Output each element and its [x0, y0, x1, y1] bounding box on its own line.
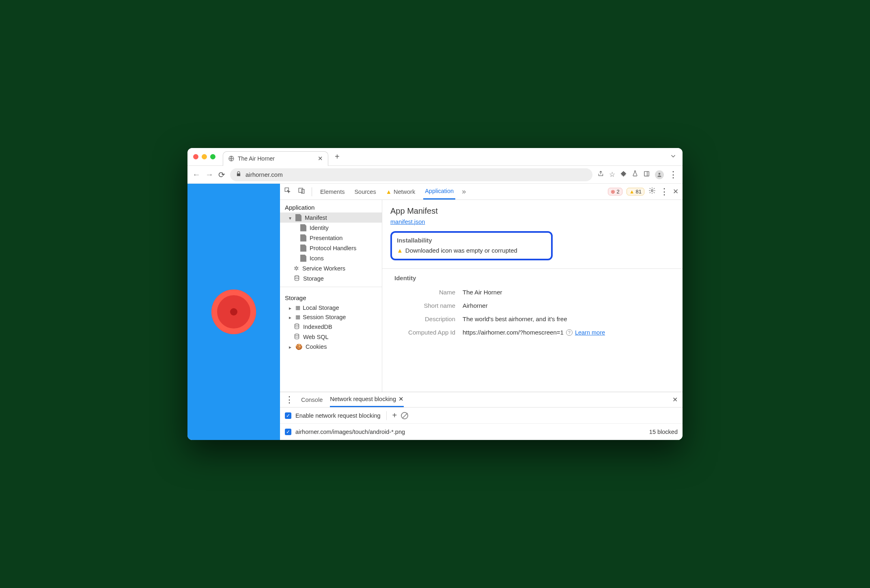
installability-text: Downloaded icon was empty or corrupted	[405, 247, 517, 254]
sidebar-item-icons[interactable]: Icons	[280, 253, 382, 263]
sidebar-item-websql[interactable]: Web SQL	[280, 332, 382, 342]
drawer-tab-label: Network request blocking	[330, 396, 396, 402]
cookie-icon: 🍪	[295, 343, 302, 350]
enable-checkbox[interactable]: ✓	[285, 412, 291, 419]
field-label: Description	[390, 315, 455, 322]
sidebar-item-label: Web SQL	[303, 334, 329, 340]
close-devtools-icon[interactable]: ✕	[673, 187, 678, 196]
new-tab-button[interactable]: +	[335, 152, 340, 161]
svg-rect-1	[644, 171, 649, 176]
installability-box: Installability ▲ Downloaded icon was emp…	[390, 231, 553, 260]
sidebar-item-storage[interactable]: Storage	[280, 273, 382, 283]
divider	[386, 411, 387, 420]
tab-sources[interactable]: Sources	[353, 184, 377, 200]
manifest-json-link[interactable]: manifest.json	[390, 219, 425, 225]
manifest-panel: App Manifest manifest.json Installabilit…	[382, 200, 683, 392]
sidebar-item-identity[interactable]: Identity	[280, 223, 382, 233]
sidebar-item-manifest[interactable]: Manifest	[280, 212, 382, 223]
panel-icon[interactable]	[643, 170, 650, 179]
device-icon[interactable]	[298, 187, 305, 196]
sidebar-item-label: Storage	[303, 275, 324, 282]
devtools-drawer: ⋮ Console Network request blocking ✕ ✕ ✓…	[280, 392, 683, 440]
close-tab-icon[interactable]: ✕	[398, 396, 404, 402]
settings-icon[interactable]	[648, 187, 656, 196]
sidebar-item-label: Session Storage	[303, 314, 346, 320]
close-drawer-icon[interactable]: ✕	[672, 396, 678, 403]
installability-title: Installability	[397, 237, 546, 244]
help-icon[interactable]: ?	[566, 329, 573, 336]
divider	[312, 187, 312, 196]
browser-window: The Air Horner ✕ + ← → ⟳ airhorner.com ☆	[187, 148, 683, 440]
back-button[interactable]: ←	[192, 170, 200, 179]
warning-icon: ▲	[397, 247, 403, 254]
error-count-badge[interactable]: ⊗ 2	[608, 188, 622, 195]
blocked-pattern-row[interactable]: ✓ airhorner.com/images/touch/android-*.p…	[280, 424, 683, 440]
field-value: The Air Horner	[463, 289, 674, 296]
tab-network[interactable]: ▲ Network	[384, 184, 417, 200]
close-tab-icon[interactable]: ✕	[318, 155, 323, 162]
grid-icon: ▦	[295, 314, 299, 320]
installability-message: ▲ Downloaded icon was empty or corrupted	[397, 247, 546, 254]
svg-point-7	[651, 190, 653, 192]
field-computed-app-id: Computed App Id https://airhorner.com/?h…	[390, 326, 674, 339]
sidebar-item-local-storage[interactable]: ▦ Local Storage	[280, 303, 382, 312]
database-icon	[294, 323, 300, 330]
sidebar-item-indexeddb[interactable]: IndexedDB	[280, 322, 382, 332]
svg-rect-5	[299, 188, 303, 193]
drawer-controls: ✓ Enable network request blocking +	[280, 408, 683, 424]
minimize-window-button[interactable]	[202, 154, 207, 159]
inspect-icon[interactable]	[284, 187, 291, 196]
tabs-dropdown-icon[interactable]	[670, 152, 677, 161]
airhorn-button[interactable]	[211, 290, 256, 334]
pattern-checkbox[interactable]: ✓	[285, 429, 291, 435]
database-icon	[294, 275, 300, 282]
reload-button[interactable]: ⟳	[218, 170, 225, 180]
sidebar-item-label: IndexedDB	[303, 324, 332, 330]
field-label: Name	[390, 289, 455, 296]
field-short-name: Short name Airhorner	[390, 299, 674, 312]
chevron-right-icon	[289, 305, 292, 311]
error-icon: ⊗	[611, 189, 615, 195]
bookmark-icon[interactable]: ☆	[609, 170, 615, 179]
extensions-icon[interactable]	[620, 170, 627, 179]
sidebar-item-session-storage[interactable]: ▦ Session Storage	[280, 312, 382, 322]
devtools-menu-icon[interactable]: ⋮	[660, 190, 669, 193]
chevron-right-icon	[289, 314, 292, 320]
forward-button[interactable]: →	[205, 170, 213, 179]
profile-avatar[interactable]	[655, 170, 664, 179]
warning-count: 81	[636, 189, 642, 195]
sidebar-item-protocol-handlers[interactable]: Protocol Handlers	[280, 243, 382, 253]
labs-icon[interactable]	[632, 170, 638, 179]
sidebar-item-service-workers[interactable]: ✲ Service Workers	[280, 263, 382, 273]
sidebar-item-cookies[interactable]: 🍪 Cookies	[280, 342, 382, 351]
sidebar-item-presentation[interactable]: Presentation	[280, 233, 382, 243]
tab-application[interactable]: Application	[423, 184, 455, 200]
learn-more-link[interactable]: Learn more	[575, 329, 605, 336]
divider	[280, 287, 382, 287]
chevron-down-icon	[289, 215, 292, 221]
file-icon	[300, 224, 306, 232]
grid-icon: ▦	[295, 305, 299, 311]
clear-icon[interactable]	[401, 412, 408, 419]
more-tabs-icon[interactable]: »	[462, 187, 466, 196]
error-count: 2	[616, 189, 619, 195]
identity-title: Identity	[394, 275, 674, 281]
drawer-tab-console[interactable]: Console	[301, 392, 323, 407]
add-pattern-button[interactable]: +	[392, 411, 397, 420]
drawer-tab-network-blocking[interactable]: Network request blocking ✕	[330, 392, 404, 407]
menu-icon[interactable]: ⋮	[669, 173, 678, 176]
divider	[382, 268, 683, 269]
tab-elements[interactable]: Elements	[319, 184, 346, 200]
application-sidebar: Application Manifest Identity Presentati…	[280, 200, 382, 392]
address-bar[interactable]: airhorner.com	[230, 168, 592, 181]
field-label: Computed App Id	[390, 329, 455, 336]
browser-tab[interactable]: The Air Horner ✕	[223, 151, 328, 166]
gear-icon: ✲	[294, 265, 299, 272]
devtools-body: Application Manifest Identity Presentati…	[280, 200, 683, 392]
drawer-menu-icon[interactable]: ⋮	[285, 398, 294, 401]
maximize-window-button[interactable]	[210, 154, 215, 159]
sidebar-item-label: Icons	[310, 255, 324, 262]
share-icon[interactable]	[597, 170, 604, 179]
close-window-button[interactable]	[193, 154, 198, 159]
warning-count-badge[interactable]: ▲ 81	[627, 188, 644, 195]
